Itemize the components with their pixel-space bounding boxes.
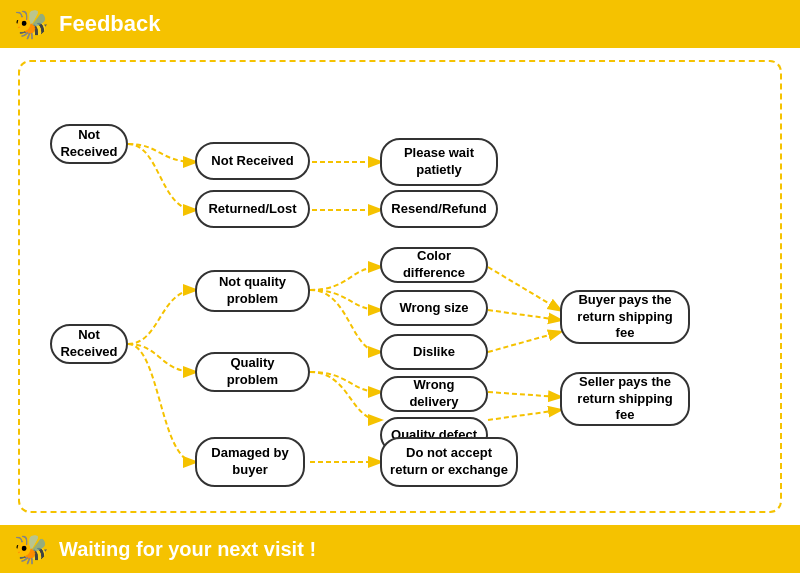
node-do-not-accept: Do not accept return or exchange <box>380 437 518 487</box>
node-dislike: Dislike <box>380 334 488 370</box>
node-not-received-box: Not Received <box>195 142 310 180</box>
node-wrong-size: Wrong size <box>380 290 488 326</box>
footer-title: Waiting for your next visit ! <box>59 538 316 561</box>
node-quality-problem: Quality problem <box>195 352 310 392</box>
node-returned-lost: Returned/Lost <box>195 190 310 228</box>
bee-icon-header: 🐝 <box>14 8 49 41</box>
node-damaged-by-buyer: Damaged by buyer <box>195 437 305 487</box>
header-title: Feedback <box>59 11 161 37</box>
main-content: Not Received Not Received Returned/Lost … <box>18 60 782 513</box>
node-resend-refund: Resend/Refund <box>380 190 498 228</box>
node-seller-pays: Seller pays the return shipping fee <box>560 372 690 426</box>
footer: 🐝 Waiting for your next visit ! <box>0 525 800 573</box>
node-not-received-1: Not Received <box>50 124 128 164</box>
node-not-received-2: Not Received <box>50 324 128 364</box>
node-buyer-pays: Buyer pays the return shipping fee <box>560 290 690 344</box>
node-color-difference: Color difference <box>380 247 488 283</box>
node-please-wait: Please wait patietly <box>380 138 498 186</box>
node-wrong-delivery: Wrong delivery <box>380 376 488 412</box>
header: 🐝 Feedback <box>0 0 800 48</box>
node-not-quality-problem: Not quality problem <box>195 270 310 312</box>
bee-icon-footer: 🐝 <box>14 533 49 566</box>
